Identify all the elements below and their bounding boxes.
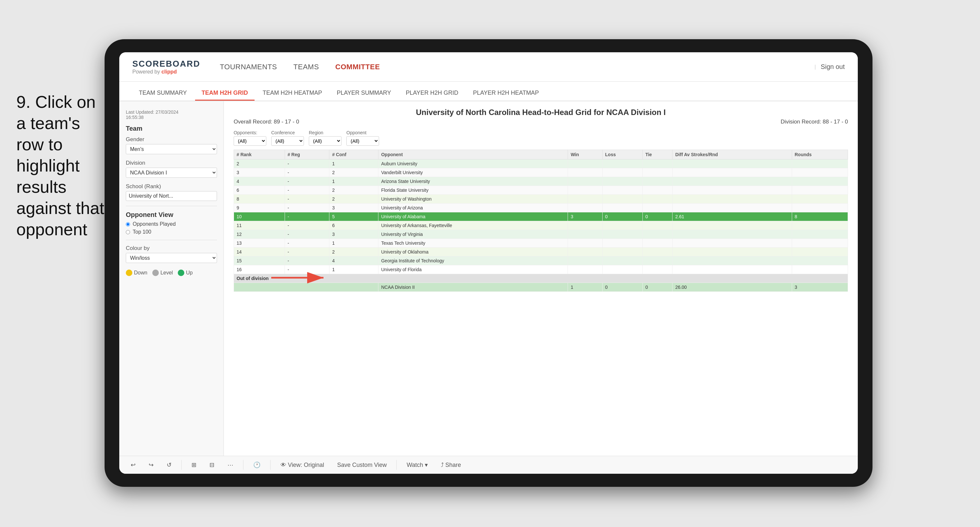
col-opponent: Opponent: [379, 150, 568, 159]
redo-button[interactable]: ↪: [145, 460, 157, 470]
tablet-frame: SCOREBOARD Powered by clippd TOURNAMENTS…: [105, 39, 872, 487]
radio-opponents-played[interactable]: Opponents Played: [126, 221, 217, 227]
legend: Down Level Up: [126, 269, 217, 276]
filter-row: Opponents: (All) Conference (All) Region: [234, 130, 848, 146]
sub-nav-player-h2h-grid[interactable]: PLAYER H2H GRID: [399, 86, 465, 100]
toolbar-divider-2: [243, 460, 243, 470]
cell-rounds: [792, 159, 848, 168]
colour-by-label: Colour by: [126, 245, 217, 252]
table-row[interactable]: 9-3 University of Arizona: [234, 204, 848, 212]
nav-tournaments[interactable]: TOURNAMENTS: [220, 61, 277, 73]
colour-by-select[interactable]: Win/loss Strokes: [126, 253, 217, 263]
table-row[interactable]: 3-2 Vanderbilt University: [234, 168, 848, 177]
table-row[interactable]: 14-2 University of Oklahoma: [234, 248, 848, 256]
watch-button[interactable]: Watch ▾: [403, 460, 431, 470]
opponent-view-radio-group: Opponents Played Top 100: [126, 221, 217, 235]
legend-dot-level: [152, 269, 159, 276]
toolbar-divider-1: [181, 460, 182, 470]
opponents-select[interactable]: (All): [234, 136, 266, 146]
table-row[interactable]: 6-2 Florida State University: [234, 186, 848, 195]
main-nav: TOURNAMENTS TEAMS COMMITTEE: [220, 61, 815, 73]
last-updated: Last Updated: 27/03/2024 16:55:38: [126, 110, 217, 120]
col-reg: # Reg: [285, 150, 329, 159]
save-custom-button[interactable]: Save Custom View: [334, 460, 390, 470]
legend-dot-down: [126, 269, 132, 276]
cell-loss: [602, 159, 643, 168]
h2h-table: # Rank # Reg # Conf Opponent Win Loss Ti…: [234, 150, 848, 292]
school-input[interactable]: [126, 191, 217, 201]
table-row[interactable]: 11-6 University of Arkansas, Fayettevill…: [234, 221, 848, 230]
division-select[interactable]: NCAA Division I NCAA Division II NCAA Di…: [126, 167, 217, 178]
h2h-records: Overall Record: 89 - 17 - 0 Division Rec…: [234, 119, 848, 125]
col-win: Win: [568, 150, 602, 159]
logo-title: SCOREBOARD: [132, 59, 200, 69]
table-row[interactable]: 8-2 University of Washington: [234, 195, 848, 204]
col-loss: Loss: [602, 150, 643, 159]
filter-region: Region (All): [309, 130, 342, 146]
col-diff: Diff Av Strokes/Rnd: [673, 150, 792, 159]
cell-diff: [673, 159, 792, 168]
table-row[interactable]: 2 - 1 Auburn University: [234, 159, 848, 168]
toolbar-divider-3: [270, 460, 270, 470]
out-of-division-header: Out of division: [234, 274, 848, 283]
table-row[interactable]: 12-3 University of Virginia: [234, 230, 848, 239]
col-tie: Tie: [643, 150, 673, 159]
school-label: School (Rank): [126, 183, 217, 190]
bottom-toolbar: ↩ ↪ ↺ ⊞ ⊟ ⋯ 🕐 👁 View: Original Save Cust…: [119, 456, 858, 474]
table-row[interactable]: 4-1 Arizona State University: [234, 177, 848, 186]
undo-button[interactable]: ↩: [127, 460, 139, 470]
opponents-label: Opponents:: [234, 130, 266, 135]
paste-button[interactable]: ⊟: [206, 460, 218, 470]
sub-nav-team-h2h-grid[interactable]: TEAM H2H GRID: [195, 86, 255, 100]
sub-nav-team-h2h-heatmap[interactable]: TEAM H2H HEATMAP: [256, 86, 329, 100]
more-button[interactable]: ⋯: [224, 460, 237, 470]
table-row[interactable]: 13-1 Texas Tech University: [234, 239, 848, 248]
nav-teams[interactable]: TEAMS: [293, 61, 319, 73]
col-conf: # Conf: [329, 150, 379, 159]
copy-button[interactable]: ⊞: [188, 460, 200, 470]
overall-record: Overall Record: 89 - 17 - 0: [234, 119, 299, 125]
filter-opponent: Opponent (All): [346, 130, 379, 146]
sub-nav: TEAM SUMMARY TEAM H2H GRID TEAM H2H HEAT…: [119, 82, 858, 101]
logo-subtitle: Powered by clippd: [132, 69, 200, 75]
opponent-select[interactable]: (All): [346, 136, 379, 146]
division-label: Division: [126, 160, 217, 166]
top-nav: SCOREBOARD Powered by clippd TOURNAMENTS…: [119, 52, 858, 82]
out-of-division-row[interactable]: NCAA Division II 1 0 0 26.00 3: [234, 283, 848, 292]
cell-rank: 2: [234, 159, 285, 168]
sign-out-button[interactable]: Sign out: [821, 63, 845, 70]
conference-select[interactable]: (All): [271, 136, 304, 146]
history-button[interactable]: ↺: [163, 460, 175, 470]
table-row-highlighted[interactable]: 10-5 University of Alabama 3002.618: [234, 212, 848, 221]
col-rank: # Rank: [234, 150, 285, 159]
legend-up: Up: [178, 269, 192, 276]
sub-nav-player-h2h-heatmap[interactable]: PLAYER H2H HEATMAP: [467, 86, 546, 100]
table-row[interactable]: 15-4 Georgia Institute of Technology: [234, 256, 848, 265]
clock-button[interactable]: 🕐: [250, 460, 264, 470]
gender-select[interactable]: Men's Women's: [126, 144, 217, 154]
view-original-button[interactable]: 👁 View: Original: [277, 460, 328, 470]
instruction-text: 9. Click on a team's row to highlight re…: [16, 91, 108, 240]
share-icon: ⤴: [441, 462, 444, 468]
nav-divider: |: [815, 64, 816, 70]
filter-conference: Conference (All): [271, 130, 304, 146]
view-icon: 👁: [280, 462, 286, 468]
share-button[interactable]: ⤴ Share: [438, 460, 465, 470]
radio-top100[interactable]: Top 100: [126, 229, 217, 235]
h2h-content: University of North Carolina Head-to-Hea…: [224, 101, 858, 456]
col-rounds: Rounds: [792, 150, 848, 159]
sub-nav-team-summary[interactable]: TEAM SUMMARY: [132, 86, 194, 100]
conference-label: Conference: [271, 130, 304, 135]
h2h-title: University of North Carolina Head-to-Hea…: [234, 108, 848, 117]
toolbar-divider-4: [396, 460, 397, 470]
cell-win: [568, 159, 602, 168]
sub-nav-player-summary[interactable]: PLAYER SUMMARY: [330, 86, 397, 100]
nav-committee[interactable]: COMMITTEE: [335, 61, 380, 73]
region-select[interactable]: (All): [309, 136, 342, 146]
region-label: Region: [309, 130, 342, 135]
table-row[interactable]: 16-1 University of Florida: [234, 265, 848, 274]
sidebar-divider-2: [126, 240, 217, 240]
gender-label: Gender: [126, 136, 217, 143]
cell-reg: -: [285, 159, 329, 168]
division-record: Division Record: 88 - 17 - 0: [781, 119, 848, 125]
